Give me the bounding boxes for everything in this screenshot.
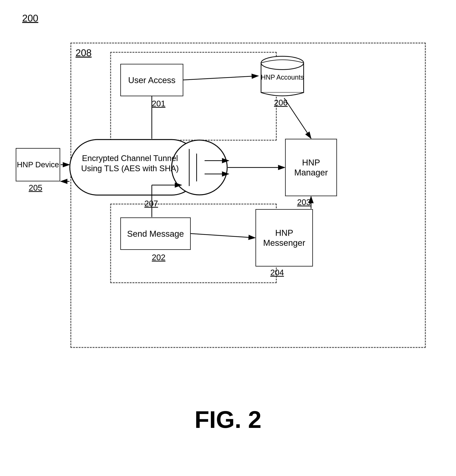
label-201: 201	[152, 99, 165, 108]
tunnel-shape: Encrypted Channel Tunnel Using TLS (AES …	[41, 139, 228, 196]
label-203: 203	[297, 198, 311, 207]
label-205: 205	[29, 183, 42, 193]
svg-text:Encrypted Channel Tunnel: Encrypted Channel Tunnel	[82, 154, 178, 163]
figure-200-label: 200	[22, 13, 38, 24]
svg-point-1	[261, 56, 304, 70]
label-202: 202	[152, 253, 165, 262]
fig-caption: FIG. 2	[195, 406, 261, 434]
label-207: 207	[144, 199, 158, 208]
user-access-box: User Access	[120, 64, 183, 96]
diagram-container: 200 208 User Access 201 HNP Accounts 206…	[0, 0, 456, 476]
label-206: 206	[274, 98, 288, 107]
label-208: 208	[76, 47, 92, 58]
svg-text:HNP Accounts: HNP Accounts	[261, 74, 304, 81]
send-message-box: Send Message	[120, 217, 191, 250]
hnp-manager-box: HNPManager	[285, 139, 337, 196]
svg-text:Using TLS (AES with SHA): Using TLS (AES with SHA)	[81, 164, 179, 173]
label-204: 204	[270, 268, 284, 277]
hnp-messenger-box: HNPMessenger	[256, 209, 313, 266]
hnp-accounts-cylinder: HNP Accounts	[259, 56, 311, 96]
svg-point-4	[172, 140, 227, 195]
